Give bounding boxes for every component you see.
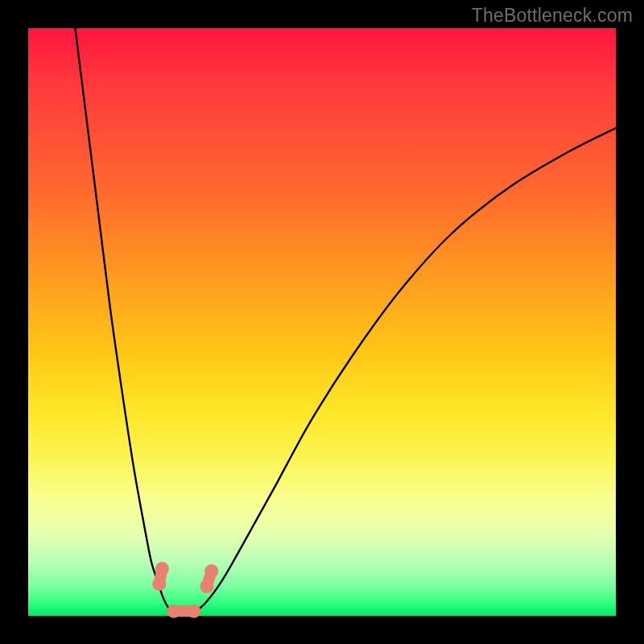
data-marker-bottom-left xyxy=(167,605,181,618)
curve-left-branch xyxy=(75,28,175,613)
data-marker-bottom-right xyxy=(187,605,200,618)
plot-area xyxy=(28,28,616,616)
watermark-text: TheBottleneck.com xyxy=(472,5,633,27)
data-marker-left-upper xyxy=(155,562,169,576)
curve-right-branch xyxy=(192,128,616,613)
curve-layer xyxy=(28,28,616,616)
chart-frame: TheBottleneck.com xyxy=(0,0,644,644)
marker-layer xyxy=(152,562,218,618)
data-marker-right-lower xyxy=(200,580,213,593)
data-marker-right-upper xyxy=(204,564,218,578)
data-marker-left-lower xyxy=(152,577,166,591)
